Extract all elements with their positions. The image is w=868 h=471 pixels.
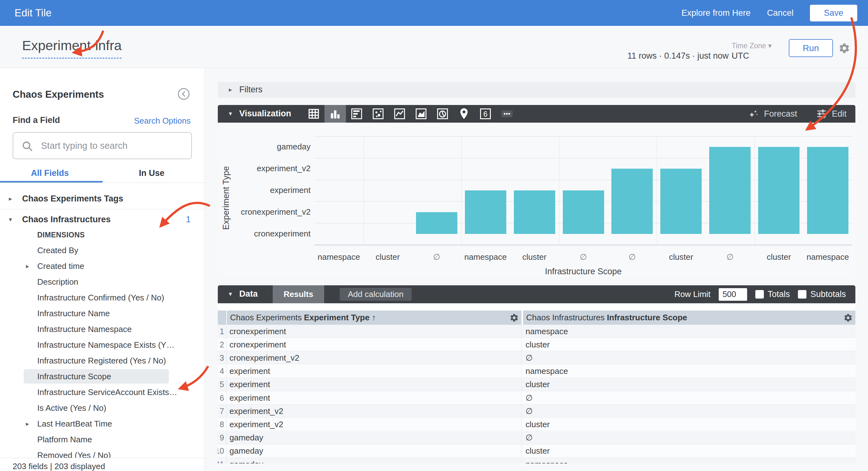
chart-bar[interactable] bbox=[807, 147, 848, 234]
tab-results[interactable]: Results bbox=[273, 285, 324, 303]
sidebar-field-infrastructure-namespace[interactable]: Infrastructure Namespace bbox=[0, 321, 205, 337]
table-row[interactable]: 11gamedaynamespace bbox=[218, 458, 856, 464]
sidebar-field-removed-yes-no-[interactable]: Removed (Yes / No) bbox=[0, 447, 205, 458]
sidebar-field-platform-name[interactable]: Platform Name bbox=[0, 432, 205, 447]
sidebar-group-chaos-experiments-tags[interactable]: ▸Chaos Experiments Tags bbox=[0, 191, 205, 206]
table-row[interactable]: 7experiment_v2∅ bbox=[218, 404, 856, 418]
sidebar-field-is-active-yes-no-[interactable]: Is Active (Yes / No) bbox=[0, 400, 205, 416]
sidebar-field-infrastructure-scope[interactable]: Infrastructure Scope bbox=[0, 369, 205, 384]
chart-bar[interactable] bbox=[416, 212, 457, 234]
viz-type-bar-icon[interactable] bbox=[346, 105, 367, 123]
row-number: 2 bbox=[218, 338, 224, 351]
chart-bar[interactable] bbox=[758, 147, 800, 234]
tab-all-fields[interactable]: All Fields bbox=[31, 168, 69, 178]
table-row[interactable]: 5experimentcluster bbox=[218, 378, 856, 391]
sidebar-field-infrastructure-name[interactable]: Infrastructure Name bbox=[0, 305, 205, 321]
viz-type-scatter-icon[interactable] bbox=[367, 105, 389, 123]
subtotals-checkbox[interactable] bbox=[798, 290, 806, 299]
tile-title-input[interactable]: Experiment-infra bbox=[22, 38, 122, 59]
viz-type-area-icon[interactable] bbox=[410, 105, 432, 123]
edit-viz-button[interactable]: Edit bbox=[816, 108, 846, 120]
field-picker-sidebar: Chaos Experiments Find a Field Search Op… bbox=[0, 68, 205, 471]
gridline bbox=[314, 136, 852, 137]
data-label[interactable]: Data bbox=[239, 289, 258, 299]
x-tick-label: ∅ bbox=[608, 252, 656, 262]
gear-icon[interactable] bbox=[843, 313, 853, 323]
viz-type-line-icon[interactable] bbox=[389, 105, 410, 123]
viz-type-table-icon[interactable] bbox=[303, 105, 324, 123]
chart-bar[interactable] bbox=[611, 169, 653, 234]
filters-section-header[interactable]: ▸ Filters bbox=[218, 82, 856, 98]
sidebar-field-infrastructure-namespace-exists-y-[interactable]: Infrastructure Namespace Exists (Y… bbox=[0, 337, 205, 353]
cell-experiment-type: experiment bbox=[229, 391, 521, 404]
table-row[interactable]: 2cronexperimentcluster bbox=[218, 338, 856, 351]
viz-type-single-value-icon[interactable]: 6 bbox=[475, 105, 496, 123]
table-row[interactable]: 1cronexperimentnamespace bbox=[218, 325, 856, 338]
table-row[interactable]: 9gameday∅ bbox=[218, 431, 856, 444]
tab-in-use[interactable]: In Use bbox=[139, 168, 164, 178]
chart-bar[interactable] bbox=[660, 169, 702, 234]
chevron-right-icon[interactable]: ▸ bbox=[26, 420, 29, 428]
table-row[interactable]: 3cronexperiment_v2∅ bbox=[218, 351, 856, 364]
sidebar-field-description[interactable]: Description bbox=[0, 274, 205, 290]
add-calculation-button[interactable]: Add calculation bbox=[340, 288, 411, 301]
viz-type-map-icon[interactable] bbox=[453, 105, 475, 123]
field-label: Infrastructure Scope bbox=[37, 372, 111, 381]
totals-checkbox[interactable] bbox=[755, 290, 764, 299]
chevron-down-icon[interactable]: ▾ bbox=[9, 216, 12, 223]
explore-from-here-link[interactable]: Explore from Here bbox=[681, 8, 751, 18]
search-options-link[interactable]: Search Options bbox=[134, 116, 191, 126]
x-axis-line bbox=[314, 245, 852, 245]
totals-toggle[interactable]: Totals bbox=[755, 290, 790, 299]
fields-count-status: 203 fields | 203 displayed bbox=[12, 462, 105, 471]
chevron-right-icon[interactable]: ▸ bbox=[9, 195, 12, 202]
run-button[interactable]: Run bbox=[789, 39, 833, 57]
cancel-link[interactable]: Cancel bbox=[767, 8, 794, 18]
subtotals-toggle[interactable]: Subtotals bbox=[798, 290, 846, 299]
chart-bar[interactable] bbox=[709, 147, 751, 234]
chart-bar[interactable] bbox=[514, 191, 555, 234]
row-number: 7 bbox=[218, 404, 224, 418]
field-label: Removed (Yes / No) bbox=[37, 450, 111, 458]
chevron-right-icon[interactable]: ▸ bbox=[26, 262, 29, 270]
gear-icon[interactable] bbox=[838, 42, 850, 54]
sidebar-field-created-time[interactable]: ▸Created time bbox=[0, 258, 205, 274]
sidebar-field-infrastructure-confirmed-yes-no-[interactable]: Infrastructure Confirmed (Yes / No) bbox=[0, 290, 205, 305]
visualization-section-header: ▾ Visualization 6 Forecast Edit bbox=[218, 105, 856, 123]
table-row[interactable]: 8experiment_v2cluster bbox=[218, 418, 856, 431]
results-table: Chaos Experiments Experiment Type ↑Chaos… bbox=[218, 303, 856, 464]
sidebar-field-last-heartbeat-time[interactable]: ▸Last HeartBeat Time bbox=[0, 416, 205, 432]
forecast-button[interactable]: Forecast bbox=[748, 108, 797, 120]
viz-type-column-icon[interactable] bbox=[324, 105, 346, 123]
viz-type-more-icon[interactable] bbox=[496, 105, 518, 123]
save-button[interactable]: Save bbox=[810, 5, 857, 22]
cell-experiment-type: cronexperiment bbox=[229, 338, 521, 351]
gear-icon[interactable] bbox=[509, 313, 519, 323]
viz-type-pie-icon[interactable] bbox=[432, 105, 453, 123]
collapse-sidebar-icon[interactable] bbox=[177, 88, 190, 100]
cell-infrastructure-scope: cluster bbox=[526, 444, 856, 458]
column-header-experiment-type[interactable]: Chaos Experiments Experiment Type ↑ bbox=[227, 310, 521, 325]
table-row[interactable]: 4experimentnamespace bbox=[218, 365, 856, 378]
timezone-value: UTC bbox=[732, 51, 773, 61]
column-header-infrastructure-scope[interactable]: Chaos Infrastructures Infrastructure Sco… bbox=[523, 310, 856, 325]
row-limit-input[interactable] bbox=[719, 288, 747, 301]
sidebar-section-label: DIMENSIONS bbox=[0, 227, 205, 242]
visualization-label[interactable]: Visualization bbox=[239, 109, 291, 119]
sidebar-field-infrastructure-registered-yes-no-[interactable]: Infrastructure Registered (Yes / No) bbox=[0, 353, 205, 369]
chart-bar[interactable] bbox=[465, 191, 506, 234]
search-input[interactable] bbox=[41, 133, 186, 158]
timezone-dropdown[interactable]: Time Zone ▾ bbox=[732, 42, 773, 50]
sidebar-field-infrastructure-serviceaccount-exists-[interactable]: Infrastructure ServiceAccount Exists… bbox=[0, 384, 205, 400]
sidebar-group-chaos-infrastructures[interactable]: ▾Chaos Infrastructures1 bbox=[0, 211, 205, 227]
chevron-down-icon[interactable]: ▾ bbox=[229, 290, 232, 298]
cell-infrastructure-scope: ∅ bbox=[526, 404, 856, 418]
gridline bbox=[754, 136, 755, 245]
table-row[interactable]: 10gamedaycluster bbox=[218, 444, 856, 458]
table-row[interactable]: 6experiment∅ bbox=[218, 391, 856, 404]
sidebar-field-created-by[interactable]: Created By bbox=[0, 242, 205, 258]
cell-infrastructure-scope: ∅ bbox=[526, 391, 856, 404]
chart-bar[interactable] bbox=[563, 191, 604, 234]
chevron-down-icon[interactable]: ▾ bbox=[229, 110, 232, 117]
cell-infrastructure-scope: ∅ bbox=[526, 351, 856, 364]
